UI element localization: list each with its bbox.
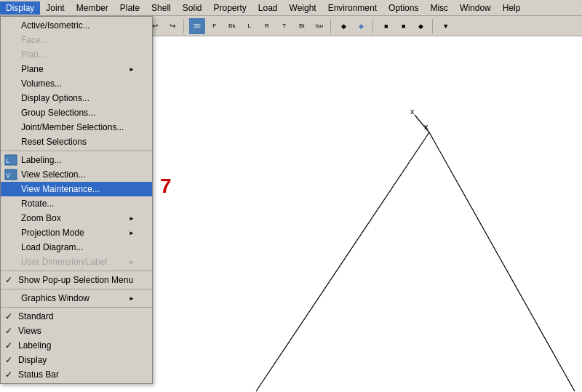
menu-item-joint-member-selections[interactable]: Joint/Member Selections... (1, 120, 152, 135)
menu-item-display-toolbar[interactable]: ✓ Display (1, 353, 152, 367)
menu-item-user-dimension: User Dimension/Label ► (1, 255, 152, 269)
toolbar-view3[interactable]: Bk (224, 18, 240, 34)
svg-text:L: L (6, 157, 9, 164)
menu-item-labeling[interactable]: L Labeling... (1, 153, 152, 167)
toolbar-more[interactable]: ▼ (438, 18, 454, 34)
menu-item-plane[interactable]: Plane ► (1, 62, 152, 76)
menu-item-view-maintenance[interactable]: View Maintenance... (1, 182, 152, 196)
svg-text:V: V (6, 172, 10, 179)
menu-item-label: Views (18, 326, 41, 336)
labeling-icon: L (4, 154, 18, 166)
menu-item-label: User Dimension/Label (21, 257, 107, 267)
submenu-arrow: ► (129, 66, 135, 73)
menu-misc[interactable]: Misc (424, 1, 454, 15)
toolbar-view2[interactable]: F (207, 18, 223, 34)
menu-item-view-selection[interactable]: V View Selection... (1, 167, 152, 182)
menu-item-label: Group Selections... (21, 108, 95, 118)
toolbar-view1[interactable]: 3D (189, 18, 205, 34)
menu-environment[interactable]: Environment (322, 1, 383, 15)
submenu-arrow-zoom: ► (129, 215, 135, 222)
toolbar-sep-6 (372, 19, 375, 33)
toolbar-extra1[interactable]: ■ (378, 18, 394, 34)
menu-property[interactable]: Property (207, 1, 252, 15)
menu-item-label: Reset Selections (21, 137, 87, 147)
menu-solid[interactable]: Solid (177, 1, 208, 15)
menu-item-display-options[interactable]: Display Options... (1, 91, 152, 105)
menu-item-active-isometric[interactable]: Active/Isometric... (1, 18, 152, 33)
menu-item-zoom-box[interactable]: Zoom Box ► (1, 211, 152, 225)
toolbar-sep-7 (432, 19, 435, 33)
menu-item-rotate[interactable]: Rotate... (1, 196, 152, 211)
menu-item-label: Display Options... (21, 93, 89, 103)
menu-item-label: View Maintenance... (21, 184, 100, 194)
toolbar-extra2[interactable]: ■ (396, 18, 412, 34)
menu-weight[interactable]: Weight (284, 1, 322, 15)
toolbar-sep-5 (330, 19, 333, 33)
menu-item-label: Projection Mode (21, 228, 84, 238)
checkmark-standard: ✓ (5, 311, 12, 321)
menu-display[interactable]: Display (0, 1, 40, 15)
menu-item-reset-selections[interactable]: Reset Selections (1, 135, 152, 149)
toolbar-view-iso[interactable]: Iso (311, 18, 327, 34)
menu-item-face: Face... (1, 33, 152, 47)
menu-item-label: Labeling (18, 340, 51, 351)
toolbar-view5[interactable]: R (259, 18, 275, 34)
menubar: Display Joint Member Plate Shell Solid P… (0, 0, 582, 16)
menu-sep-4 (1, 307, 152, 308)
svg-text:x: x (410, 107, 415, 116)
menu-item-load-diagram[interactable]: Load Diagram... (1, 240, 152, 255)
svg-line-1 (429, 132, 575, 391)
menu-shell[interactable]: Shell (146, 1, 177, 15)
checkmark-display: ✓ (5, 355, 12, 365)
menu-item-label: Joint/Member Selections... (21, 122, 124, 132)
menu-window[interactable]: Window (454, 1, 497, 15)
menu-joint[interactable]: Joint (40, 1, 70, 15)
menu-sep-2 (1, 271, 152, 271)
toolbar-extra3[interactable]: ◆ (413, 18, 429, 34)
menu-item-label: Face... (21, 35, 48, 45)
menu-item-status-bar[interactable]: ✓ Status Bar (1, 367, 152, 382)
menu-options[interactable]: Options (383, 1, 424, 15)
checkmark-labeling: ✓ (5, 340, 12, 351)
menu-load[interactable]: Load (252, 1, 284, 15)
menu-item-label: Active/Isometric... (21, 20, 90, 31)
menu-item-views[interactable]: ✓ Views (1, 324, 152, 338)
menu-item-label: Graphics Window (21, 293, 89, 303)
menu-item-label: Zoom Box (21, 213, 61, 223)
toolbar-render[interactable]: ◆ (336, 18, 352, 34)
svg-text:x: x (424, 122, 428, 131)
menu-member[interactable]: Member (71, 1, 114, 15)
menu-item-projection-mode[interactable]: Projection Mode ► (1, 225, 152, 240)
menu-item-graphics-window[interactable]: Graphics Window ► (1, 291, 152, 305)
menu-item-label: Plane (21, 64, 44, 74)
toolbar-sep-4 (183, 19, 186, 33)
menu-item-label: Volumes... (21, 79, 62, 89)
menu-item-label: Rotate... (21, 199, 54, 209)
menu-item-group-selections[interactable]: Group Selections... (1, 105, 152, 120)
submenu-arrow-user-dim: ► (129, 259, 135, 265)
toolbar-view4[interactable]: L (242, 18, 258, 34)
view-selection-icon: V (4, 169, 18, 180)
menu-help[interactable]: Help (497, 1, 527, 15)
menu-item-standard[interactable]: ✓ Standard (1, 309, 152, 324)
menu-item-labeling-toolbar[interactable]: ✓ Labeling (1, 338, 152, 353)
menu-plate[interactable]: Plate (114, 1, 146, 15)
menu-item-popup-selection[interactable]: ✓ Show Pop-up Selection Menu (1, 273, 152, 287)
menu-item-volumes[interactable]: Volumes... (1, 76, 152, 91)
menu-item-label: Display (18, 355, 47, 365)
menu-item-label: Load Diagram... (21, 242, 83, 252)
menu-item-label: View Selection... (21, 169, 86, 180)
toolbar-view6[interactable]: T (276, 18, 292, 34)
menu-item-label: Labeling... (21, 155, 61, 165)
menu-item-label: Status Bar (18, 369, 59, 380)
toolbar-redo[interactable]: ↪ (164, 18, 180, 34)
menu-item-label: Plan... (21, 49, 46, 60)
menu-sep-1 (1, 151, 152, 151)
svg-line-2 (256, 132, 429, 391)
toolbar-view7[interactable]: Bt (294, 18, 310, 34)
toolbar-diamond2[interactable]: ◆ (354, 18, 370, 34)
menu-sep-3 (1, 289, 152, 289)
display-dropdown-menu: Active/Isometric... Face... Plan... Plan… (0, 16, 153, 384)
submenu-arrow-graphics: ► (129, 295, 135, 302)
menu-item-plan: Plan... (1, 47, 152, 62)
